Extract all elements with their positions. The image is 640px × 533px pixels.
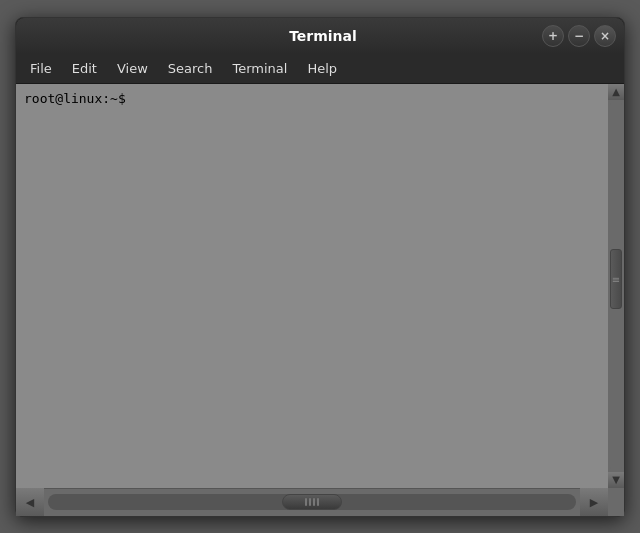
terminal-container: root@linux:~$ ▲ ▼ bbox=[16, 84, 624, 488]
scroll-up-arrow[interactable]: ▲ bbox=[608, 84, 624, 100]
window-controls: + − × bbox=[542, 25, 616, 47]
grip-4 bbox=[317, 498, 319, 506]
menu-view[interactable]: View bbox=[107, 57, 158, 80]
scroll-thumb-horizontal[interactable] bbox=[282, 494, 342, 510]
scroll-thumb-vertical[interactable] bbox=[610, 249, 622, 309]
left-arrow-icon: ◀ bbox=[26, 496, 34, 509]
window-title: Terminal bbox=[289, 28, 357, 44]
vertical-scrollbar: ▲ ▼ bbox=[608, 84, 624, 488]
scroll-right-arrow[interactable]: ▶ bbox=[580, 488, 608, 516]
up-arrow-icon: ▲ bbox=[612, 86, 620, 97]
terminal-prompt: root@linux:~$ bbox=[24, 90, 600, 108]
grip-3 bbox=[313, 498, 315, 506]
menu-search[interactable]: Search bbox=[158, 57, 223, 80]
menu-terminal[interactable]: Terminal bbox=[222, 57, 297, 80]
menu-file[interactable]: File bbox=[20, 57, 62, 80]
add-button[interactable]: + bbox=[542, 25, 564, 47]
close-button[interactable]: × bbox=[594, 25, 616, 47]
down-arrow-icon: ▼ bbox=[612, 474, 620, 485]
grip-1 bbox=[305, 498, 307, 506]
title-bar: Terminal + − × bbox=[16, 18, 624, 54]
minimize-button[interactable]: − bbox=[568, 25, 590, 47]
terminal-content[interactable]: root@linux:~$ bbox=[16, 84, 608, 488]
menu-edit[interactable]: Edit bbox=[62, 57, 107, 80]
title-bar-center: Terminal bbox=[104, 26, 542, 45]
scroll-track-horizontal[interactable] bbox=[48, 494, 576, 510]
menu-bar: File Edit View Search Terminal Help bbox=[16, 54, 624, 84]
bottom-bar: ◀ ▶ bbox=[16, 488, 624, 516]
menu-help[interactable]: Help bbox=[297, 57, 347, 80]
grip-2 bbox=[309, 498, 311, 506]
terminal-window: Terminal + − × File Edit View Search Ter… bbox=[15, 17, 625, 517]
right-arrow-icon: ▶ bbox=[590, 496, 598, 509]
scroll-left-arrow[interactable]: ◀ bbox=[16, 488, 44, 516]
scroll-track-vertical[interactable] bbox=[610, 102, 622, 470]
scroll-down-arrow[interactable]: ▼ bbox=[608, 472, 624, 488]
scrollbar-corner bbox=[608, 488, 624, 516]
